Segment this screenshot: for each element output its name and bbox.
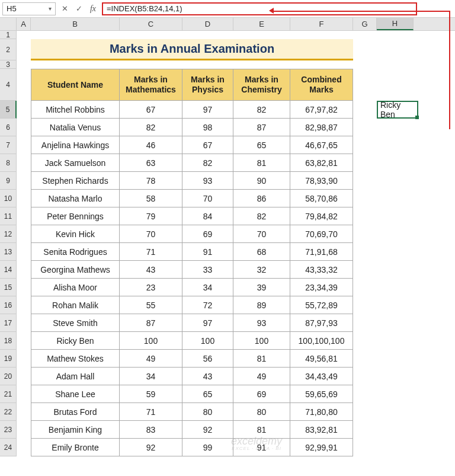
marks-cell[interactable]: 72 bbox=[182, 296, 233, 314]
row-header-23[interactable]: 23 bbox=[0, 421, 17, 439]
marks-cell[interactable]: 58,70,86 bbox=[290, 190, 353, 207]
marks-cell[interactable]: 56 bbox=[182, 350, 233, 368]
row-header-22[interactable]: 22 bbox=[0, 403, 17, 421]
row-header-2[interactable]: 2 bbox=[0, 39, 17, 60]
marks-cell[interactable]: 71 bbox=[120, 243, 182, 261]
marks-cell[interactable]: 67 bbox=[182, 136, 233, 154]
column-header-C[interactable]: C bbox=[120, 18, 182, 30]
row-header-13[interactable]: 13 bbox=[0, 243, 17, 261]
marks-cell[interactable]: 83,92,81 bbox=[290, 421, 353, 439]
student-name-cell[interactable]: Anjelina Hawkings bbox=[31, 136, 120, 154]
student-name-cell[interactable]: Jack Samuelson bbox=[31, 154, 120, 172]
marks-cell[interactable]: 32 bbox=[233, 261, 290, 279]
marks-cell[interactable]: 67 bbox=[120, 101, 182, 119]
student-name-cell[interactable]: Shane Lee bbox=[31, 385, 120, 403]
marks-cell[interactable]: 79 bbox=[120, 207, 182, 225]
name-box[interactable]: H5 ▾ bbox=[2, 2, 56, 15]
marks-cell[interactable]: 23,34,39 bbox=[290, 279, 353, 296]
student-name-cell[interactable]: Emily Bronte bbox=[31, 439, 120, 456]
row-header-15[interactable]: 15 bbox=[0, 279, 17, 296]
marks-cell[interactable]: 68 bbox=[233, 243, 290, 261]
marks-cell[interactable]: 83 bbox=[120, 421, 182, 439]
student-name-cell[interactable]: Kevin Hick bbox=[31, 225, 120, 243]
row-header-1[interactable]: 1 bbox=[0, 31, 17, 39]
student-name-cell[interactable]: Steve Smith bbox=[31, 314, 120, 332]
marks-cell[interactable]: 81 bbox=[233, 421, 290, 439]
marks-cell[interactable]: 70 bbox=[182, 190, 233, 207]
marks-cell[interactable]: 70 bbox=[120, 225, 182, 243]
row-header-5[interactable]: 5 bbox=[0, 101, 17, 119]
row-header-24[interactable]: 24 bbox=[0, 439, 17, 456]
marks-cell[interactable]: 70 bbox=[233, 225, 290, 243]
marks-cell[interactable]: 89 bbox=[233, 296, 290, 314]
student-name-cell[interactable]: Adam Hall bbox=[31, 368, 120, 385]
marks-cell[interactable]: 84 bbox=[182, 207, 233, 225]
marks-cell[interactable]: 86 bbox=[233, 190, 290, 207]
marks-cell[interactable]: 90 bbox=[233, 172, 290, 190]
student-name-cell[interactable]: Ricky Ben bbox=[31, 332, 120, 350]
row-header-12[interactable]: 12 bbox=[0, 225, 17, 243]
marks-cell[interactable]: 71,80,80 bbox=[290, 403, 353, 421]
marks-cell[interactable]: 80 bbox=[233, 403, 290, 421]
student-name-cell[interactable]: Alisha Moor bbox=[31, 279, 120, 296]
marks-cell[interactable]: 49 bbox=[120, 350, 182, 368]
student-name-cell[interactable]: Stephen Richards bbox=[31, 172, 120, 190]
row-header-19[interactable]: 19 bbox=[0, 350, 17, 368]
row-header-6[interactable]: 6 bbox=[0, 119, 17, 136]
marks-cell[interactable]: 49,56,81 bbox=[290, 350, 353, 368]
marks-cell[interactable]: 59 bbox=[120, 385, 182, 403]
row-header-18[interactable]: 18 bbox=[0, 332, 17, 350]
marks-cell[interactable]: 78,93,90 bbox=[290, 172, 353, 190]
row-header-11[interactable]: 11 bbox=[0, 207, 17, 225]
marks-cell[interactable]: 92 bbox=[120, 439, 182, 456]
student-name-cell[interactable]: Brutas Ford bbox=[31, 403, 120, 421]
marks-cell[interactable]: 63,82,81 bbox=[290, 154, 353, 172]
marks-cell[interactable]: 93 bbox=[233, 314, 290, 332]
cancel-formula-icon[interactable]: ✕ bbox=[58, 2, 71, 15]
marks-cell[interactable]: 100,100,100 bbox=[290, 332, 353, 350]
row-header-17[interactable]: 17 bbox=[0, 314, 17, 332]
marks-cell[interactable]: 92,99,91 bbox=[290, 439, 353, 456]
marks-cell[interactable]: 71,91,68 bbox=[290, 243, 353, 261]
marks-cell[interactable]: 81 bbox=[233, 154, 290, 172]
marks-cell[interactable]: 69 bbox=[182, 225, 233, 243]
marks-cell[interactable]: 43 bbox=[120, 261, 182, 279]
row-header-9[interactable]: 9 bbox=[0, 172, 17, 190]
marks-cell[interactable]: 97 bbox=[182, 101, 233, 119]
marks-cell[interactable]: 82 bbox=[233, 207, 290, 225]
marks-cell[interactable]: 63 bbox=[120, 154, 182, 172]
marks-cell[interactable]: 82 bbox=[120, 119, 182, 136]
student-name-cell[interactable]: Georgina Mathews bbox=[31, 261, 120, 279]
column-header-B[interactable]: B bbox=[31, 18, 120, 30]
marks-cell[interactable]: 81 bbox=[233, 350, 290, 368]
marks-cell[interactable]: 70,69,70 bbox=[290, 225, 353, 243]
row-header-7[interactable]: 7 bbox=[0, 136, 17, 154]
marks-cell[interactable]: 59,65,69 bbox=[290, 385, 353, 403]
marks-cell[interactable]: 78 bbox=[120, 172, 182, 190]
marks-cell[interactable]: 65 bbox=[182, 385, 233, 403]
marks-cell[interactable]: 39 bbox=[233, 279, 290, 296]
marks-cell[interactable]: 100 bbox=[182, 332, 233, 350]
marks-cell[interactable]: 92 bbox=[182, 421, 233, 439]
accept-formula-icon[interactable]: ✓ bbox=[72, 2, 85, 15]
row-header-8[interactable]: 8 bbox=[0, 154, 17, 172]
select-all-corner[interactable] bbox=[0, 18, 17, 30]
student-name-cell[interactable]: Natasha Marlo bbox=[31, 190, 120, 207]
marks-cell[interactable]: 55,72,89 bbox=[290, 296, 353, 314]
marks-cell[interactable]: 97 bbox=[182, 314, 233, 332]
row-header-4[interactable]: 4 bbox=[0, 69, 17, 101]
row-header-20[interactable]: 20 bbox=[0, 368, 17, 385]
marks-cell[interactable]: 98 bbox=[182, 119, 233, 136]
marks-cell[interactable]: 99 bbox=[182, 439, 233, 456]
marks-cell[interactable]: 58 bbox=[120, 190, 182, 207]
marks-cell[interactable]: 65 bbox=[233, 136, 290, 154]
marks-cell[interactable]: 46 bbox=[120, 136, 182, 154]
student-name-cell[interactable]: Natalia Venus bbox=[31, 119, 120, 136]
marks-cell[interactable]: 34 bbox=[182, 279, 233, 296]
marks-cell[interactable]: 43,33,32 bbox=[290, 261, 353, 279]
marks-cell[interactable]: 82 bbox=[182, 154, 233, 172]
marks-cell[interactable]: 23 bbox=[120, 279, 182, 296]
marks-cell[interactable]: 34 bbox=[120, 368, 182, 385]
marks-cell[interactable]: 80 bbox=[182, 403, 233, 421]
student-name-cell[interactable]: Rohan Malik bbox=[31, 296, 120, 314]
